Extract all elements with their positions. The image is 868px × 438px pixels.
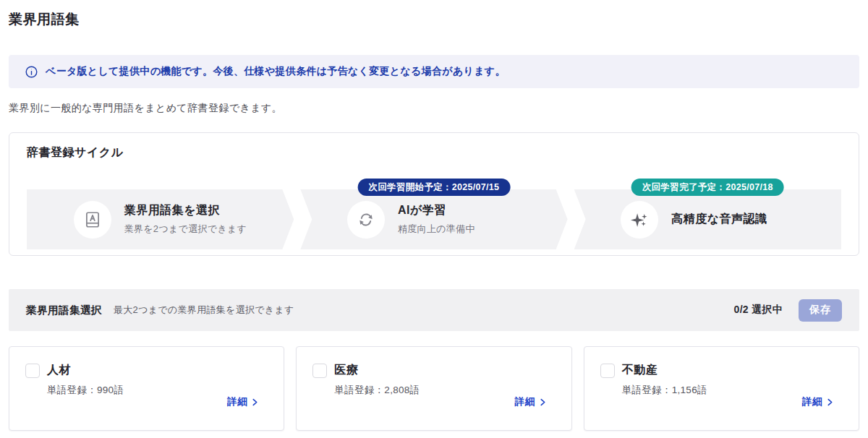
step-high-accuracy: 次回学習完了予定：2025/07/18 高精度な音声認識 bbox=[574, 189, 841, 249]
step-ai-learning: 次回学習開始予定：2025/07/15 AIが学習 精度向上の準備中 bbox=[300, 189, 567, 249]
step-title: 業界用語集を選択 bbox=[124, 203, 247, 218]
detail-link-label: 詳細 bbox=[515, 395, 535, 408]
step-icon-circle bbox=[74, 201, 111, 239]
glossary-cards-row: 人材 単語登録：990語 詳細 医療 単語登録：2,808語 詳細 不動産 単語… bbox=[9, 346, 859, 431]
detail-link[interactable]: 詳細 bbox=[227, 395, 259, 408]
cycle-card-title: 辞書登録サイクル bbox=[27, 145, 841, 160]
step-subtitle: 業界を2つまで選択できます bbox=[124, 223, 247, 236]
page-description: 業界別に一般的な専門用語をまとめて辞書登録できます。 bbox=[9, 102, 282, 115]
glossary-card-iryo: 医療 単語登録：2,808語 詳細 bbox=[296, 346, 571, 431]
step-subtitle: 精度向上の準備中 bbox=[398, 223, 521, 236]
detail-link[interactable]: 詳細 bbox=[802, 395, 834, 408]
step-title: 高精度な音声認識 bbox=[671, 212, 794, 227]
selection-subtitle: 最大2つまでの業界用語集を選択できます bbox=[114, 304, 294, 317]
glossary-card-fudosan: 不動産 単語登録：1,156語 詳細 bbox=[584, 346, 859, 431]
glossary-selection-bar: 業界用語集選択 最大2つまでの業界用語集を選択できます 0/2 選択中 保存 bbox=[9, 289, 859, 331]
glossary-name: 不動産 bbox=[622, 363, 658, 378]
glossary-checkbox[interactable] bbox=[312, 364, 327, 378]
detail-link-label: 詳細 bbox=[802, 395, 822, 408]
next-learning-start-badge: 次回学習開始予定：2025/07/15 bbox=[358, 179, 511, 196]
glossary-name: 医療 bbox=[334, 363, 358, 378]
glossary-checkbox[interactable] bbox=[600, 364, 615, 378]
chevron-right-icon bbox=[539, 398, 547, 406]
glossary-card-jinzai: 人材 単語登録：990語 詳細 bbox=[9, 346, 284, 431]
step-icon-circle bbox=[621, 201, 658, 239]
glossary-name: 人材 bbox=[47, 363, 71, 378]
info-icon bbox=[25, 65, 38, 79]
beta-notice-text: ベータ版として提供中の機能です。今後、仕様や提供条件は予告なく変更となる場合があ… bbox=[46, 65, 506, 78]
step-icon-circle bbox=[347, 201, 385, 239]
dictionary-icon bbox=[83, 210, 102, 229]
chevron-right-icon bbox=[826, 398, 834, 406]
beta-info-banner: ベータ版として提供中の機能です。今後、仕様や提供条件は予告なく変更となる場合があ… bbox=[9, 55, 859, 88]
chevron-right-icon bbox=[251, 398, 259, 406]
page-title: 業界用語集 bbox=[9, 10, 80, 29]
detail-link-label: 詳細 bbox=[227, 395, 247, 408]
detail-link[interactable]: 詳細 bbox=[515, 395, 547, 408]
refresh-icon bbox=[357, 210, 375, 229]
glossary-checkbox[interactable] bbox=[25, 364, 40, 378]
selection-count: 0/2 選択中 bbox=[734, 304, 783, 317]
save-button[interactable]: 保存 bbox=[799, 299, 842, 322]
step-title: AIが学習 bbox=[398, 203, 521, 218]
step-select-glossary: 業界用語集を選択 業界を2つまで選択できます bbox=[27, 189, 294, 249]
dictionary-cycle-card: 辞書登録サイクル 業界用語集を選択 業界を bbox=[9, 132, 859, 256]
cycle-steps-strip: 業界用語集を選択 業界を2つまで選択できます 次回学習開始予定：2025/07/… bbox=[27, 189, 841, 249]
selection-title: 業界用語集選択 bbox=[26, 304, 102, 317]
next-learning-complete-badge: 次回学習完了予定：2025/07/18 bbox=[631, 179, 784, 196]
sparkles-icon bbox=[629, 210, 650, 230]
